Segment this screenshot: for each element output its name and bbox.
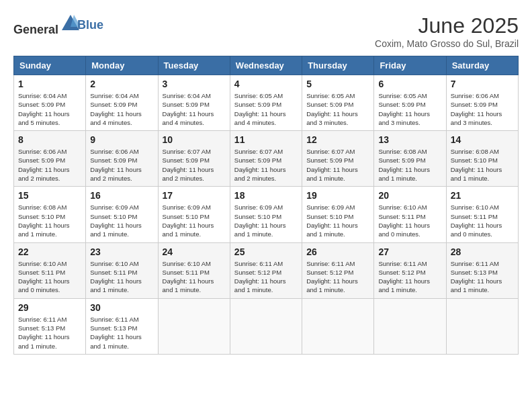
title-area: June 2025 Coxim, Mato Grosso do Sul, Bra… xyxy=(375,13,519,49)
day-number: 26 xyxy=(306,246,369,257)
calendar-cell: 5Sunrise: 6:05 AMSunset: 5:09 PMDaylight… xyxy=(302,75,374,131)
day-number: 1 xyxy=(18,79,81,89)
calendar-cell: 1Sunrise: 6:04 AMSunset: 5:09 PMDaylight… xyxy=(14,75,86,131)
day-number: 2 xyxy=(90,79,153,89)
calendar-cell: 22Sunrise: 6:10 AMSunset: 5:11 PMDayligh… xyxy=(14,242,86,298)
day-info: Sunrise: 6:06 AMSunset: 5:09 PMDaylight:… xyxy=(18,147,81,183)
calendar-week-2: 8Sunrise: 6:06 AMSunset: 5:09 PMDaylight… xyxy=(14,131,519,187)
calendar-cell: 8Sunrise: 6:06 AMSunset: 5:09 PMDaylight… xyxy=(14,131,86,187)
day-number: 17 xyxy=(163,190,226,201)
header-tuesday: Tuesday xyxy=(158,56,230,75)
day-info: Sunrise: 6:08 AMSunset: 5:09 PMDaylight:… xyxy=(378,147,441,183)
day-number: 6 xyxy=(378,79,441,89)
day-number: 29 xyxy=(18,302,81,313)
day-info: Sunrise: 6:06 AMSunset: 5:09 PMDaylight:… xyxy=(451,91,514,127)
calendar-cell: 26Sunrise: 6:11 AMSunset: 5:12 PMDayligh… xyxy=(302,242,374,298)
day-info: Sunrise: 6:04 AMSunset: 5:09 PMDaylight:… xyxy=(90,91,153,127)
day-info: Sunrise: 6:07 AMSunset: 5:09 PMDaylight:… xyxy=(234,147,298,183)
day-number: 27 xyxy=(378,246,441,257)
day-info: Sunrise: 6:11 AMSunset: 5:13 PMDaylight:… xyxy=(90,315,153,351)
header-wednesday: Wednesday xyxy=(230,56,302,75)
day-number: 28 xyxy=(451,246,514,257)
day-info: Sunrise: 6:07 AMSunset: 5:09 PMDaylight:… xyxy=(163,147,226,183)
day-info: Sunrise: 6:04 AMSunset: 5:09 PMDaylight:… xyxy=(18,91,81,127)
day-number: 15 xyxy=(18,190,81,201)
header-sunday: Sunday xyxy=(14,56,86,75)
calendar-cell: 9Sunrise: 6:06 AMSunset: 5:09 PMDaylight… xyxy=(86,131,158,187)
day-number: 10 xyxy=(163,134,226,145)
day-info: Sunrise: 6:07 AMSunset: 5:09 PMDaylight:… xyxy=(306,147,369,183)
day-info: Sunrise: 6:11 AMSunset: 5:13 PMDaylight:… xyxy=(18,315,81,351)
calendar-cell: 12Sunrise: 6:07 AMSunset: 5:09 PMDayligh… xyxy=(302,131,374,187)
day-info: Sunrise: 6:10 AMSunset: 5:11 PMDaylight:… xyxy=(18,259,81,295)
calendar-cell xyxy=(302,298,374,354)
calendar-cell: 19Sunrise: 6:09 AMSunset: 5:10 PMDayligh… xyxy=(302,187,374,242)
calendar-cell: 7Sunrise: 6:06 AMSunset: 5:09 PMDaylight… xyxy=(446,75,518,131)
calendar-cell xyxy=(374,298,446,354)
day-info: Sunrise: 6:06 AMSunset: 5:09 PMDaylight:… xyxy=(90,147,153,183)
calendar-cell: 28Sunrise: 6:11 AMSunset: 5:13 PMDayligh… xyxy=(446,242,518,298)
calendar-cell: 13Sunrise: 6:08 AMSunset: 5:09 PMDayligh… xyxy=(374,131,446,187)
calendar-cell: 16Sunrise: 6:09 AMSunset: 5:10 PMDayligh… xyxy=(86,187,158,242)
calendar-cell: 15Sunrise: 6:08 AMSunset: 5:10 PMDayligh… xyxy=(14,187,86,242)
calendar-cell: 23Sunrise: 6:10 AMSunset: 5:11 PMDayligh… xyxy=(86,242,158,298)
day-info: Sunrise: 6:11 AMSunset: 5:12 PMDaylight:… xyxy=(306,259,369,295)
day-info: Sunrise: 6:05 AMSunset: 5:09 PMDaylight:… xyxy=(378,91,441,127)
day-number: 7 xyxy=(451,79,514,89)
calendar-cell: 21Sunrise: 6:10 AMSunset: 5:11 PMDayligh… xyxy=(446,187,518,242)
calendar-cell: 11Sunrise: 6:07 AMSunset: 5:09 PMDayligh… xyxy=(230,131,302,187)
day-number: 12 xyxy=(306,134,369,145)
calendar-cell: 27Sunrise: 6:11 AMSunset: 5:12 PMDayligh… xyxy=(374,242,446,298)
calendar-cell: 18Sunrise: 6:09 AMSunset: 5:10 PMDayligh… xyxy=(230,187,302,242)
header-friday: Friday xyxy=(374,56,446,75)
calendar-cell xyxy=(230,298,302,354)
calendar-cell xyxy=(158,298,230,354)
calendar-cell: 20Sunrise: 6:10 AMSunset: 5:11 PMDayligh… xyxy=(374,187,446,242)
day-number: 23 xyxy=(90,246,153,257)
day-number: 3 xyxy=(163,79,226,89)
day-number: 22 xyxy=(18,246,81,257)
day-info: Sunrise: 6:11 AMSunset: 5:12 PMDaylight:… xyxy=(234,259,298,295)
day-number: 14 xyxy=(451,134,514,145)
header-thursday: Thursday xyxy=(302,56,374,75)
day-info: Sunrise: 6:10 AMSunset: 5:11 PMDaylight:… xyxy=(90,259,153,295)
calendar-cell: 25Sunrise: 6:11 AMSunset: 5:12 PMDayligh… xyxy=(230,242,302,298)
calendar-week-3: 15Sunrise: 6:08 AMSunset: 5:10 PMDayligh… xyxy=(14,187,519,242)
day-number: 21 xyxy=(451,190,514,201)
day-number: 13 xyxy=(378,134,441,145)
day-number: 9 xyxy=(90,134,153,145)
day-info: Sunrise: 6:11 AMSunset: 5:12 PMDaylight:… xyxy=(378,259,441,295)
calendar-cell: 29Sunrise: 6:11 AMSunset: 5:13 PMDayligh… xyxy=(14,298,86,354)
calendar-cell: 30Sunrise: 6:11 AMSunset: 5:13 PMDayligh… xyxy=(86,298,158,354)
day-number: 11 xyxy=(234,134,298,145)
day-info: Sunrise: 6:10 AMSunset: 5:11 PMDaylight:… xyxy=(378,203,441,238)
day-number: 8 xyxy=(18,134,81,145)
calendar-week-5: 29Sunrise: 6:11 AMSunset: 5:13 PMDayligh… xyxy=(14,298,519,354)
day-info: Sunrise: 6:08 AMSunset: 5:10 PMDaylight:… xyxy=(18,203,81,238)
logo-blue: Blue xyxy=(77,18,103,32)
logo-general: General xyxy=(13,23,58,36)
calendar-cell: 17Sunrise: 6:09 AMSunset: 5:10 PMDayligh… xyxy=(158,187,230,242)
month-title: June 2025 xyxy=(375,13,519,38)
day-number: 5 xyxy=(306,79,369,89)
day-number: 25 xyxy=(234,246,298,257)
day-info: Sunrise: 6:09 AMSunset: 5:10 PMDaylight:… xyxy=(90,203,153,238)
calendar-cell: 6Sunrise: 6:05 AMSunset: 5:09 PMDaylight… xyxy=(374,75,446,131)
day-info: Sunrise: 6:08 AMSunset: 5:10 PMDaylight:… xyxy=(451,147,514,183)
day-number: 4 xyxy=(234,79,298,89)
day-info: Sunrise: 6:05 AMSunset: 5:09 PMDaylight:… xyxy=(234,91,298,127)
day-number: 19 xyxy=(306,190,369,201)
page-header: General Blue June 2025 Coxim, Mato Gross… xyxy=(13,13,519,49)
day-number: 18 xyxy=(234,190,298,201)
day-info: Sunrise: 6:04 AMSunset: 5:09 PMDaylight:… xyxy=(163,91,226,127)
logo: General Blue xyxy=(13,13,103,37)
calendar-header-row: SundayMondayTuesdayWednesdayThursdayFrid… xyxy=(14,56,519,75)
calendar-table: SundayMondayTuesdayWednesdayThursdayFrid… xyxy=(13,56,519,355)
calendar-cell: 10Sunrise: 6:07 AMSunset: 5:09 PMDayligh… xyxy=(158,131,230,187)
calendar-cell: 14Sunrise: 6:08 AMSunset: 5:10 PMDayligh… xyxy=(446,131,518,187)
header-monday: Monday xyxy=(86,56,158,75)
day-info: Sunrise: 6:11 AMSunset: 5:13 PMDaylight:… xyxy=(451,259,514,295)
calendar-week-1: 1Sunrise: 6:04 AMSunset: 5:09 PMDaylight… xyxy=(14,75,519,131)
day-info: Sunrise: 6:10 AMSunset: 5:11 PMDaylight:… xyxy=(451,203,514,238)
location-title: Coxim, Mato Grosso do Sul, Brazil xyxy=(375,38,519,49)
